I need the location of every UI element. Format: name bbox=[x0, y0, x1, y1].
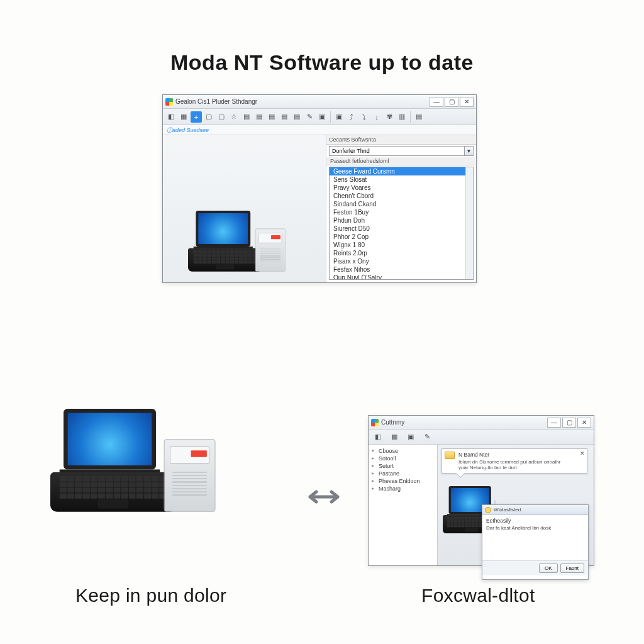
left-pane bbox=[163, 135, 326, 282]
list-item[interactable]: Wignx 1 80 bbox=[330, 241, 473, 249]
toolbar-button[interactable]: ▤ bbox=[266, 111, 277, 123]
toolbar-button[interactable]: ▤ bbox=[291, 111, 303, 123]
dialog-titlebar[interactable]: Wiolasfisted bbox=[482, 505, 588, 515]
titlebar[interactable]: Cuttnmy — ▢ ✕ bbox=[369, 416, 594, 430]
main-window: Gealon Cis1 Pluder Sthdangr — ▢ ✕ ◧▦+▢▢☆… bbox=[162, 94, 477, 283]
balloon-line: yuar Netung-tio tan te durt bbox=[458, 465, 583, 470]
list-item[interactable]: Geese Fward Cursmn bbox=[330, 167, 473, 175]
toolbar-button[interactable]: + bbox=[191, 111, 202, 123]
folder-icon bbox=[445, 452, 455, 459]
titlebar[interactable]: Gealon Cis1 Pluder Sthdangr — ▢ ✕ bbox=[163, 95, 476, 109]
list-item[interactable]: Reints 2.0rp bbox=[330, 249, 473, 257]
content-area: ✕ N Bamd Nter Iblant dn Slonome tornmed … bbox=[438, 445, 594, 565]
caption-right: Foxcwal-dltot bbox=[421, 585, 535, 606]
toolbar-button[interactable]: ⤵ bbox=[358, 111, 370, 123]
maximize-button[interactable]: ▢ bbox=[445, 97, 458, 107]
dialog-title: Wiolasfisted bbox=[494, 507, 521, 513]
list-item[interactable]: Chenn't Cbord bbox=[330, 192, 473, 200]
toolbar-button[interactable]: ◧ bbox=[165, 111, 177, 123]
category-combo[interactable]: ▼ bbox=[329, 146, 474, 156]
app-icon bbox=[165, 98, 173, 106]
settings-dialog: Wiolasfisted Eetheosily Dar fa kast Anci… bbox=[482, 504, 589, 580]
gear-icon bbox=[485, 507, 491, 513]
laptop-icon bbox=[50, 409, 169, 512]
toolbar-button[interactable]: ▤ bbox=[253, 111, 265, 123]
list-item[interactable]: Phhor 2 Cop bbox=[330, 233, 473, 241]
diagnostic-device-icon bbox=[255, 229, 286, 272]
page-title: Moda NT Software up to date bbox=[170, 50, 474, 75]
chevron-down-icon[interactable]: ▼ bbox=[464, 147, 473, 155]
item-listbox[interactable]: Geese Fward CursmnSens SlosatPravy Voare… bbox=[329, 167, 474, 280]
caption-left: Keep in pun dolor bbox=[75, 585, 226, 606]
list-item[interactable]: Pravy Voares bbox=[330, 184, 473, 192]
minimize-button[interactable]: — bbox=[547, 418, 561, 428]
toolbar-button[interactable]: ▦ bbox=[178, 111, 189, 123]
toolbar-button[interactable]: ▤ bbox=[279, 111, 290, 123]
info-band: Ⓘaded Suedsee bbox=[163, 125, 476, 135]
list-item[interactable]: Sens Slosat bbox=[330, 175, 473, 184]
toolbar-button[interactable]: ✎ bbox=[304, 111, 315, 123]
dialog-text: Dar fa kast Ancilarel lbn dosk bbox=[486, 525, 584, 531]
nav-tree[interactable]: CbooseSotoollSetortPastanePhevas Enldoon… bbox=[369, 445, 438, 565]
combo-header: Cecants Boftwsnta bbox=[326, 135, 476, 145]
close-icon[interactable]: ✕ bbox=[580, 450, 585, 457]
toolbar-button[interactable]: ▣ bbox=[404, 431, 418, 443]
toolbar-button[interactable]: ▤ bbox=[241, 111, 252, 123]
tree-node[interactable]: Phevas Enldoon bbox=[370, 477, 436, 485]
list-item[interactable]: Oun Nuvl O'Salry bbox=[330, 274, 473, 280]
tree-node[interactable]: Masharg bbox=[370, 485, 436, 492]
tree-node[interactable]: Setort bbox=[370, 462, 436, 470]
toolbar-button[interactable]: ⤴ bbox=[346, 111, 357, 123]
list-item[interactable]: Pisarx x Ony bbox=[330, 257, 473, 265]
toolbar-button[interactable]: ↓ bbox=[371, 111, 382, 123]
toolbar: ◧▦+▢▢☆▤▤▤▤▤✎▣▣⤴⤵↓✾▥▤ bbox=[163, 109, 476, 125]
list-item[interactable]: Phdun Doh bbox=[330, 216, 473, 225]
ok-button[interactable]: OK bbox=[539, 564, 558, 573]
toolbar-button[interactable]: ▣ bbox=[316, 111, 328, 123]
toolbar-button[interactable]: ▣ bbox=[333, 111, 345, 123]
toolbar-button[interactable]: ✾ bbox=[384, 111, 395, 123]
toolbar-button[interactable]: ▦ bbox=[387, 431, 401, 443]
info-balloon: ✕ N Bamd Nter Iblant dn Slonome tornmed … bbox=[441, 448, 587, 474]
balloon-line: Iblant dn Slonome tornmed pul adbun onba… bbox=[458, 459, 583, 465]
status-strip: Passedt fetfoehedsloml bbox=[326, 157, 476, 165]
maximize-button[interactable]: ▢ bbox=[562, 418, 576, 428]
diagnostic-device-icon bbox=[164, 439, 216, 512]
app-icon bbox=[371, 419, 379, 426]
close-button[interactable]: ✕ bbox=[460, 97, 474, 107]
tree-node[interactable]: Pastane bbox=[370, 470, 436, 477]
right-pane: Cecants Boftwsnta ▼ Passedt fetfoehedslo… bbox=[326, 135, 476, 282]
balloon-title: N Bamd Nter bbox=[458, 452, 583, 458]
list-item[interactable]: Sindand Ckand bbox=[330, 200, 473, 208]
toolbar-button[interactable]: ☆ bbox=[228, 111, 240, 123]
toolbar-button[interactable]: ▢ bbox=[216, 111, 227, 123]
category-input[interactable] bbox=[330, 147, 464, 155]
tree-node[interactable]: Cboose bbox=[370, 447, 436, 455]
dialog-subtitle: Eetheosily bbox=[486, 518, 584, 524]
window-title: Cuttnmy bbox=[381, 419, 547, 426]
toolbar-button[interactable]: ◧ bbox=[371, 431, 385, 443]
hardware-illustration-large bbox=[50, 409, 216, 512]
window-title: Gealon Cis1 Pluder Sthdangr bbox=[175, 98, 430, 105]
sync-arrow-icon bbox=[305, 484, 343, 509]
close-button[interactable]: ✕ bbox=[577, 418, 591, 428]
toolbar-button[interactable]: ▥ bbox=[396, 111, 408, 123]
toolbar-button[interactable]: ▢ bbox=[203, 111, 214, 123]
toolbar-button[interactable]: ✎ bbox=[420, 431, 434, 443]
secondary-window: Cuttnmy — ▢ ✕ ◧▦▣✎ CbooseSotoollSetortPa… bbox=[368, 415, 594, 566]
cancel-button[interactable]: Faont bbox=[560, 564, 584, 573]
toolbar: ◧▦▣✎ bbox=[369, 430, 594, 445]
list-item[interactable]: Feston 1Buy bbox=[330, 208, 473, 216]
laptop-icon bbox=[188, 211, 258, 272]
scrollbar[interactable] bbox=[465, 167, 473, 279]
hardware-illustration bbox=[188, 211, 286, 272]
toolbar-button[interactable]: ▤ bbox=[413, 111, 425, 123]
list-item[interactable]: Siurenct D50 bbox=[330, 225, 473, 233]
tree-node[interactable]: Sotooll bbox=[370, 455, 436, 462]
minimize-button[interactable]: — bbox=[430, 97, 443, 107]
list-item[interactable]: Fesfax Nihos bbox=[330, 265, 473, 274]
